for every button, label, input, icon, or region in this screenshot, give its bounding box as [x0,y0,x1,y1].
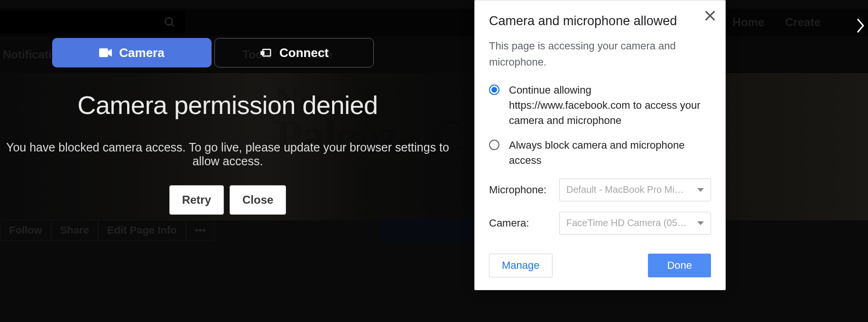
close-icon[interactable] [703,9,717,22]
chevron-down-icon [697,221,704,225]
radio-allow[interactable]: Continue allowing https://www.facebook.c… [489,83,711,128]
tab-connect-label: Connect [279,46,329,60]
camera-icon [99,47,112,58]
microphone-value: Default - MacBook Pro Mi… [566,184,684,195]
modal-overlay: Camera Connect Camera permission denied … [0,0,868,322]
svg-rect-2 [99,48,108,57]
permission-denied-block: Camera permission denied You have blocke… [0,90,455,215]
retry-button[interactable]: Retry [169,185,224,215]
svg-rect-4 [260,51,264,55]
radio-block-label: Always block camera and microphone acces… [509,138,711,168]
manage-button[interactable]: Manage [489,254,553,277]
tab-camera[interactable]: Camera [52,38,212,67]
done-button[interactable]: Done [648,254,711,277]
radio-selected-icon [489,85,499,95]
camera-label: Camera: [489,217,550,229]
radio-block[interactable]: Always block camera and microphone acces… [489,138,711,168]
tab-camera-label: Camera [119,46,164,60]
close-button[interactable]: Close [230,185,286,215]
permission-dialog-subtext: This page is accessing your camera and m… [489,38,711,70]
microphone-select[interactable]: Default - MacBook Pro Mi… [559,179,711,201]
radio-allow-label: Continue allowing https://www.facebook.c… [509,83,711,128]
camera-row: Camera: FaceTime HD Camera (05… [489,212,711,235]
connect-icon [259,47,273,58]
permission-denied-heading: Camera permission denied [0,90,455,120]
microphone-label: Microphone: [489,184,550,196]
permission-denied-subtext: You have blocked camera access. To go li… [0,141,455,168]
chevron-down-icon [697,188,704,192]
permission-dialog-title: Camera and microphone allowed [489,14,711,28]
chevron-right-icon[interactable] [855,16,866,35]
live-tab-strip: Camera Connect [52,38,374,67]
camera-value: FaceTime HD Camera (05… [566,218,687,228]
camera-select[interactable]: FaceTime HD Camera (05… [559,212,711,235]
microphone-row: Microphone: Default - MacBook Pro Mi… [489,179,711,201]
tab-connect[interactable]: Connect [214,38,374,67]
browser-permission-dialog: Camera and microphone allowed This page … [474,0,726,290]
radio-unselected-icon [489,140,499,150]
